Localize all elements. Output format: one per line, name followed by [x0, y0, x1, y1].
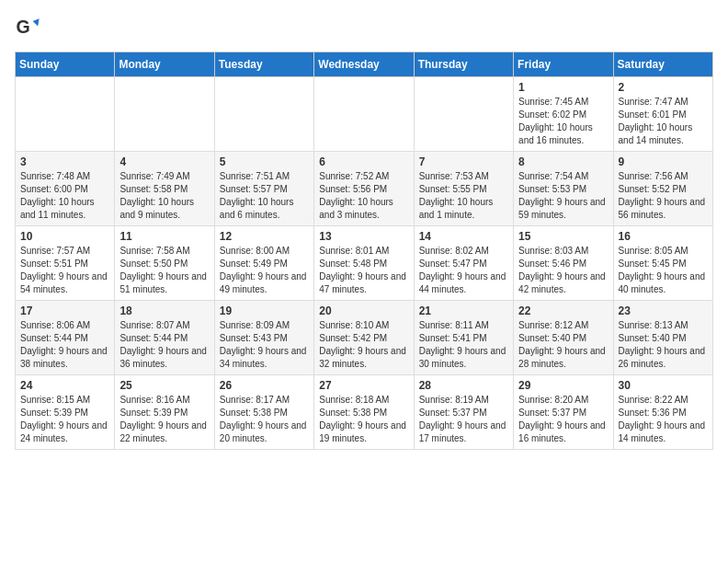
day-number: 13	[319, 230, 408, 243]
day-info: Sunrise: 8:16 AMSunset: 5:39 PMDaylight:…	[119, 394, 209, 445]
day-number: 16	[619, 230, 708, 243]
day-number: 2	[619, 81, 708, 94]
day-number: 6	[319, 155, 408, 168]
calendar-cell	[314, 77, 414, 152]
day-number: 18	[119, 304, 209, 317]
day-info: Sunrise: 8:00 AMSunset: 5:49 PMDaylight:…	[220, 245, 309, 296]
day-number: 5	[220, 155, 309, 168]
day-info: Sunrise: 8:06 AMSunset: 5:44 PMDaylight:…	[20, 319, 109, 371]
calendar-cell: 27Sunrise: 8:18 AMSunset: 5:38 PMDayligh…	[314, 375, 414, 450]
day-number: 24	[20, 379, 109, 392]
calendar-cell: 14Sunrise: 8:02 AMSunset: 5:47 PMDayligh…	[414, 226, 513, 301]
calendar-cell: 30Sunrise: 8:22 AMSunset: 5:36 PMDayligh…	[613, 375, 712, 450]
day-number: 9	[619, 155, 708, 168]
calendar-cell: 15Sunrise: 8:03 AMSunset: 5:46 PMDayligh…	[514, 226, 613, 301]
calendar-cell: 4Sunrise: 7:49 AMSunset: 5:58 PMDaylight…	[115, 152, 214, 226]
day-info: Sunrise: 8:01 AMSunset: 5:48 PMDaylight:…	[319, 245, 408, 296]
calendar-cell: 11Sunrise: 7:58 AMSunset: 5:50 PMDayligh…	[115, 226, 214, 301]
day-info: Sunrise: 8:07 AMSunset: 5:44 PMDaylight:…	[119, 319, 209, 371]
calendar-cell: 6Sunrise: 7:52 AMSunset: 5:56 PMDaylight…	[314, 152, 414, 226]
day-number: 23	[619, 304, 708, 317]
calendar-cell: 21Sunrise: 8:11 AMSunset: 5:41 PMDayligh…	[414, 301, 513, 375]
calendar-cell: 25Sunrise: 8:16 AMSunset: 5:39 PMDayligh…	[115, 375, 214, 450]
day-info: Sunrise: 8:12 AMSunset: 5:40 PMDaylight:…	[518, 319, 608, 371]
dow-header-tuesday: Tuesday	[214, 52, 313, 77]
dow-header-wednesday: Wednesday	[314, 52, 414, 77]
day-number: 7	[419, 155, 508, 168]
calendar-cell: 12Sunrise: 8:00 AMSunset: 5:49 PMDayligh…	[214, 226, 313, 301]
day-number: 12	[220, 230, 309, 243]
day-number: 29	[518, 379, 608, 392]
day-number: 28	[419, 379, 508, 392]
day-info: Sunrise: 7:45 AMSunset: 6:02 PMDaylight:…	[518, 96, 608, 147]
calendar-cell: 23Sunrise: 8:13 AMSunset: 5:40 PMDayligh…	[613, 301, 712, 375]
day-info: Sunrise: 7:48 AMSunset: 6:00 PMDaylight:…	[20, 170, 109, 222]
logo: G	[15, 15, 44, 40]
day-number: 27	[319, 379, 408, 392]
day-info: Sunrise: 7:53 AMSunset: 5:55 PMDaylight:…	[419, 170, 508, 222]
day-number: 22	[518, 304, 608, 317]
day-info: Sunrise: 8:15 AMSunset: 5:39 PMDaylight:…	[20, 394, 109, 445]
day-info: Sunrise: 7:57 AMSunset: 5:51 PMDaylight:…	[20, 245, 109, 296]
day-number: 4	[119, 155, 209, 168]
day-number: 17	[20, 304, 109, 317]
day-info: Sunrise: 8:11 AMSunset: 5:41 PMDaylight:…	[419, 319, 508, 371]
calendar-cell	[115, 77, 214, 152]
day-info: Sunrise: 8:05 AMSunset: 5:45 PMDaylight:…	[619, 245, 708, 296]
calendar-cell: 1Sunrise: 7:45 AMSunset: 6:02 PMDaylight…	[514, 77, 613, 152]
calendar-cell: 26Sunrise: 8:17 AMSunset: 5:38 PMDayligh…	[214, 375, 313, 450]
calendar-cell: 22Sunrise: 8:12 AMSunset: 5:40 PMDayligh…	[514, 301, 613, 375]
calendar-cell: 20Sunrise: 8:10 AMSunset: 5:42 PMDayligh…	[314, 301, 414, 375]
calendar-cell: 10Sunrise: 7:57 AMSunset: 5:51 PMDayligh…	[16, 226, 115, 301]
logo-icon: G	[15, 15, 40, 40]
calendar-cell: 18Sunrise: 8:07 AMSunset: 5:44 PMDayligh…	[115, 301, 214, 375]
calendar-cell	[16, 77, 115, 152]
calendar-cell: 2Sunrise: 7:47 AMSunset: 6:01 PMDaylight…	[613, 77, 712, 152]
calendar-cell	[214, 77, 313, 152]
day-info: Sunrise: 8:13 AMSunset: 5:40 PMDaylight:…	[619, 319, 708, 371]
dow-header-monday: Monday	[115, 52, 214, 77]
day-number: 14	[419, 230, 508, 243]
calendar-cell: 24Sunrise: 8:15 AMSunset: 5:39 PMDayligh…	[16, 375, 115, 450]
day-info: Sunrise: 8:09 AMSunset: 5:43 PMDaylight:…	[220, 319, 309, 371]
calendar-cell: 13Sunrise: 8:01 AMSunset: 5:48 PMDayligh…	[314, 226, 414, 301]
day-info: Sunrise: 8:10 AMSunset: 5:42 PMDaylight:…	[319, 319, 408, 371]
day-info: Sunrise: 7:56 AMSunset: 5:52 PMDaylight:…	[619, 170, 708, 222]
day-number: 3	[20, 155, 109, 168]
day-info: Sunrise: 7:51 AMSunset: 5:57 PMDaylight:…	[220, 170, 309, 222]
day-info: Sunrise: 8:03 AMSunset: 5:46 PMDaylight:…	[518, 245, 608, 296]
calendar-cell: 8Sunrise: 7:54 AMSunset: 5:53 PMDaylight…	[514, 152, 613, 226]
day-info: Sunrise: 8:20 AMSunset: 5:37 PMDaylight:…	[518, 394, 608, 445]
calendar-cell: 3Sunrise: 7:48 AMSunset: 6:00 PMDaylight…	[16, 152, 115, 226]
day-info: Sunrise: 7:54 AMSunset: 5:53 PMDaylight:…	[518, 170, 608, 222]
day-info: Sunrise: 7:58 AMSunset: 5:50 PMDaylight:…	[119, 245, 209, 296]
day-info: Sunrise: 7:49 AMSunset: 5:58 PMDaylight:…	[119, 170, 209, 222]
calendar-cell: 7Sunrise: 7:53 AMSunset: 5:55 PMDaylight…	[414, 152, 513, 226]
day-info: Sunrise: 8:02 AMSunset: 5:47 PMDaylight:…	[419, 245, 508, 296]
calendar-table: SundayMondayTuesdayWednesdayThursdayFrid…	[15, 52, 713, 450]
day-number: 25	[119, 379, 209, 392]
calendar-cell: 17Sunrise: 8:06 AMSunset: 5:44 PMDayligh…	[16, 301, 115, 375]
day-number: 8	[518, 155, 608, 168]
calendar-cell: 16Sunrise: 8:05 AMSunset: 5:45 PMDayligh…	[613, 226, 712, 301]
day-number: 19	[220, 304, 309, 317]
day-number: 15	[518, 230, 608, 243]
day-number: 21	[419, 304, 508, 317]
dow-header-sunday: Sunday	[16, 52, 115, 77]
calendar-cell: 29Sunrise: 8:20 AMSunset: 5:37 PMDayligh…	[514, 375, 613, 450]
day-number: 20	[319, 304, 408, 317]
calendar-cell	[414, 77, 513, 152]
svg-text:G: G	[16, 17, 29, 37]
day-number: 11	[119, 230, 209, 243]
day-info: Sunrise: 8:17 AMSunset: 5:38 PMDaylight:…	[220, 394, 309, 445]
day-info: Sunrise: 7:47 AMSunset: 6:01 PMDaylight:…	[619, 96, 708, 147]
calendar-cell: 19Sunrise: 8:09 AMSunset: 5:43 PMDayligh…	[214, 301, 313, 375]
calendar-cell: 5Sunrise: 7:51 AMSunset: 5:57 PMDaylight…	[214, 152, 313, 226]
day-number: 26	[220, 379, 309, 392]
calendar-cell: 28Sunrise: 8:19 AMSunset: 5:37 PMDayligh…	[414, 375, 513, 450]
day-number: 10	[20, 230, 109, 243]
day-number: 1	[518, 81, 608, 94]
dow-header-friday: Friday	[514, 52, 613, 77]
day-number: 30	[619, 379, 708, 392]
day-info: Sunrise: 8:22 AMSunset: 5:36 PMDaylight:…	[619, 394, 708, 445]
